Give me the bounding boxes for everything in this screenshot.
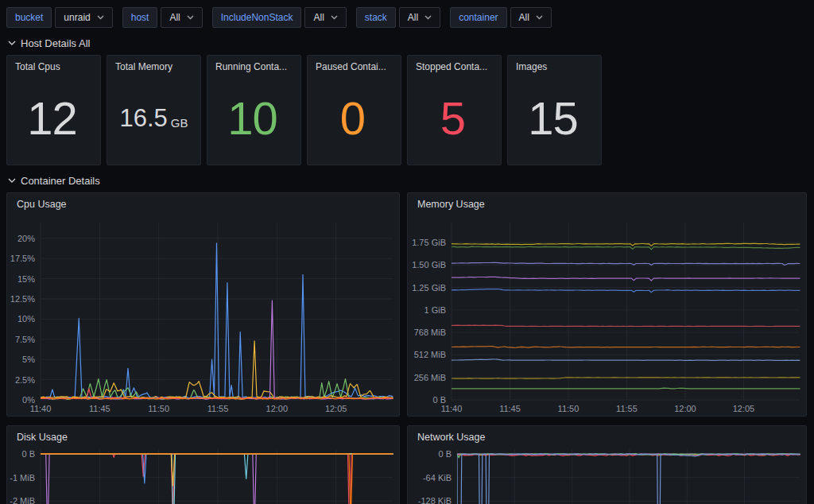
row-title: Container Details [21, 175, 100, 187]
svg-text:11:40: 11:40 [30, 404, 52, 413]
svg-text:1 GiB: 1 GiB [424, 305, 446, 315]
panel-title: Cpu Usage [7, 193, 399, 215]
stat-value: 0 [308, 75, 401, 161]
svg-text:11:50: 11:50 [558, 404, 579, 413]
row-header-container-details[interactable]: Container Details [8, 173, 814, 188]
svg-text:12:05: 12:05 [325, 404, 347, 413]
filter-include-non-stack-label[interactable]: IncludeNonStack [212, 7, 302, 28]
svg-text:1.25 GiB: 1.25 GiB [412, 283, 446, 293]
network-usage-panel[interactable]: Network Usage 0 B-64 KiB-128 KiB11:4011:… [407, 425, 807, 504]
filter-container-value: All [519, 12, 529, 23]
cpu-usage-panel[interactable]: Cpu Usage 0%2.5%5%7.5%10%12.5%15%17.5%20… [6, 192, 400, 417]
memory-usage-panel[interactable]: Memory Usage 0 B256 MiB512 MiB768 MiB1 G… [407, 192, 807, 417]
svg-text:2.5%: 2.5% [15, 375, 35, 385]
filter-container: container All [450, 7, 552, 28]
svg-text:15%: 15% [17, 274, 35, 284]
svg-text:-2 MiB: -2 MiB [10, 496, 35, 504]
stat-panel-paused-containers[interactable]: Paused Contai... 0 [307, 55, 401, 165]
svg-text:12:00: 12:00 [674, 404, 696, 413]
filter-host: host All [122, 7, 203, 28]
filter-host-value: All [169, 12, 180, 23]
svg-text:12:00: 12:00 [266, 404, 289, 413]
filter-host-dropdown[interactable]: All [161, 7, 202, 28]
memory-usage-chart: 0 B256 MiB512 MiB768 MiB1 GiB1.25 GiB1.5… [408, 193, 806, 416]
svg-text:256 MiB: 256 MiB [414, 373, 446, 382]
svg-text:11:40: 11:40 [441, 404, 463, 413]
svg-text:11:55: 11:55 [207, 404, 229, 413]
stat-unit: GB [171, 116, 188, 130]
filter-stack-value: All [408, 12, 418, 23]
svg-text:12.5%: 12.5% [10, 294, 35, 304]
chevron-down-icon [536, 15, 543, 20]
filter-container-label[interactable]: container [450, 7, 506, 28]
svg-text:1.50 GiB: 1.50 GiB [412, 260, 446, 269]
chevron-down-icon [8, 41, 16, 45]
stat-title: Paused Contai... [308, 56, 401, 72]
svg-text:512 MiB: 512 MiB [414, 350, 446, 359]
svg-text:5%: 5% [22, 355, 35, 364]
svg-text:11:45: 11:45 [499, 404, 521, 413]
stat-title: Running Conta... [207, 56, 300, 72]
svg-text:-64 KiB: -64 KiB [423, 473, 452, 483]
svg-text:0 B: 0 B [21, 449, 35, 459]
filter-bucket-label[interactable]: bucket [6, 7, 52, 28]
charts-row-1: Cpu Usage 0%2.5%5%7.5%10%12.5%15%17.5%20… [6, 192, 808, 417]
svg-text:768 MiB: 768 MiB [414, 328, 446, 337]
stat-value: 12 [7, 75, 100, 161]
chevron-down-icon [424, 15, 432, 20]
stat-value: 10 [207, 75, 300, 161]
filter-stack-dropdown[interactable]: All [399, 7, 440, 28]
stats-row: Total Cpus 12 Total Memory 16.5GB Runnin… [6, 55, 808, 165]
filter-stack-label[interactable]: stack [356, 7, 396, 28]
stat-title: Images [508, 56, 601, 72]
stat-value: 15 [508, 75, 601, 161]
stat-title: Total Memory [107, 56, 200, 72]
stat-panel-total-memory[interactable]: Total Memory 16.5GB [107, 55, 201, 165]
chevron-down-icon [187, 15, 194, 20]
filter-host-label[interactable]: host [122, 7, 158, 28]
stat-title: Stopped Conta... [408, 56, 501, 72]
stat-panel-stopped-containers[interactable]: Stopped Conta... 5 [407, 55, 502, 165]
filter-bucket-dropdown[interactable]: unraid [55, 7, 112, 28]
svg-text:-128 KiB: -128 KiB [418, 496, 452, 504]
svg-text:17.5%: 17.5% [10, 254, 35, 263]
filter-bucket: bucket unraid [6, 7, 113, 28]
chevron-down-icon [97, 15, 104, 20]
filter-include-non-stack: IncludeNonStack All [212, 7, 347, 28]
row-header-host-details[interactable]: Host Details All [8, 36, 814, 50]
charts-row-2: Disk Usage 0 B-1 MiB-2 MiB11:4011:4511:5… [6, 425, 808, 504]
filter-stack: stack All [356, 7, 440, 28]
chevron-down-icon [8, 178, 16, 183]
stat-title: Total Cpus [7, 56, 100, 72]
stat-panel-running-containers[interactable]: Running Conta... 10 [207, 55, 301, 165]
svg-text:11:55: 11:55 [616, 404, 638, 413]
cpu-usage-chart: 0%2.5%5%7.5%10%12.5%15%17.5%20%11:4011:4… [7, 193, 399, 416]
filter-include-non-stack-value: All [313, 12, 324, 23]
panel-title: Network Usage [408, 426, 806, 448]
panel-title: Memory Usage [408, 193, 806, 215]
disk-usage-panel[interactable]: Disk Usage 0 B-1 MiB-2 MiB11:4011:4511:5… [6, 425, 400, 504]
svg-text:11:50: 11:50 [148, 404, 169, 413]
stat-value: 16.5GB [107, 75, 200, 161]
filter-container-dropdown[interactable]: All [510, 7, 552, 28]
svg-text:12:05: 12:05 [733, 404, 755, 413]
panel-title: Disk Usage [7, 426, 399, 448]
svg-text:20%: 20% [17, 234, 35, 243]
svg-text:1.75 GiB: 1.75 GiB [412, 238, 446, 247]
stat-panel-total-cpus[interactable]: Total Cpus 12 [6, 55, 101, 165]
filter-bar: bucket unraid host All IncludeNonStack A… [0, 0, 814, 28]
svg-text:11:45: 11:45 [89, 404, 110, 413]
row-title: Host Details All [21, 37, 90, 49]
svg-text:-1 MiB: -1 MiB [10, 473, 35, 483]
svg-text:0 B: 0 B [438, 449, 452, 459]
svg-text:10%: 10% [17, 314, 35, 324]
filter-bucket-value: unraid [64, 12, 90, 23]
stat-value: 5 [408, 75, 501, 161]
stat-panel-images[interactable]: Images 15 [507, 55, 602, 165]
filter-include-non-stack-dropdown[interactable]: All [304, 7, 346, 28]
svg-text:7.5%: 7.5% [15, 335, 35, 344]
chevron-down-icon [331, 15, 338, 20]
